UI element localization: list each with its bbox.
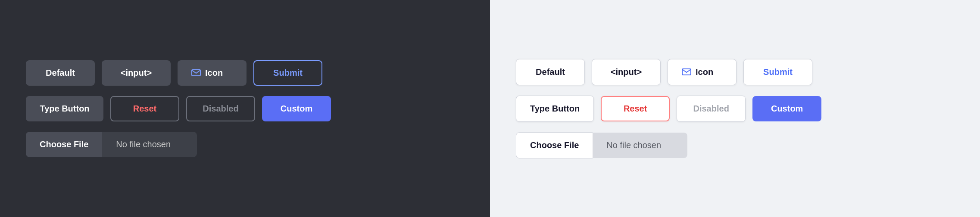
dark-panel: Default <input> Icon Submit Type Button … [0, 0, 490, 217]
light-reset-button[interactable]: Reset [601, 96, 670, 121]
light-no-file-label: No file chosen [593, 133, 687, 158]
dark-reset-button[interactable]: Reset [110, 96, 179, 121]
light-row-1: Default <input> Icon Submit [516, 59, 812, 85]
dark-input-button[interactable]: <input> [102, 60, 171, 86]
light-row-3: Choose File No file chosen [516, 132, 687, 158]
envelope-icon [191, 69, 201, 76]
light-submit-button[interactable]: Submit [743, 59, 812, 85]
dark-no-file-label: No file chosen [102, 132, 197, 157]
light-panel: Default <input> Icon Submit Type Button … [490, 0, 980, 217]
dark-default-button[interactable]: Default [26, 60, 95, 86]
dark-file-input: Choose File No file chosen [26, 132, 197, 157]
light-row-2: Type Button Reset Disabled Custom [516, 96, 821, 122]
light-custom-button[interactable]: Custom [752, 96, 821, 121]
light-icon-button-label: Icon [696, 67, 713, 77]
light-file-input: Choose File No file chosen [516, 132, 687, 158]
dark-typebutton-button[interactable]: Type Button [26, 96, 103, 121]
dark-row-1: Default <input> Icon Submit [26, 60, 322, 86]
dark-submit-button[interactable]: Submit [253, 60, 322, 86]
dark-icon-button[interactable]: Icon [178, 60, 247, 86]
dark-custom-button[interactable]: Custom [262, 96, 331, 121]
light-disabled-button: Disabled [677, 96, 746, 122]
dark-row-2: Type Button Reset Disabled Custom [26, 96, 331, 121]
light-default-button[interactable]: Default [516, 59, 585, 85]
light-icon-button[interactable]: Icon [668, 59, 737, 85]
envelope-icon-light [682, 68, 691, 75]
dark-disabled-button: Disabled [186, 96, 255, 121]
dark-choose-file-button[interactable]: Choose File [26, 132, 102, 157]
dark-icon-button-label: Icon [205, 68, 223, 78]
light-choose-file-button[interactable]: Choose File [516, 132, 593, 158]
dark-row-3: Choose File No file chosen [26, 132, 197, 157]
light-input-button[interactable]: <input> [592, 59, 661, 85]
light-typebutton-button[interactable]: Type Button [516, 96, 594, 122]
